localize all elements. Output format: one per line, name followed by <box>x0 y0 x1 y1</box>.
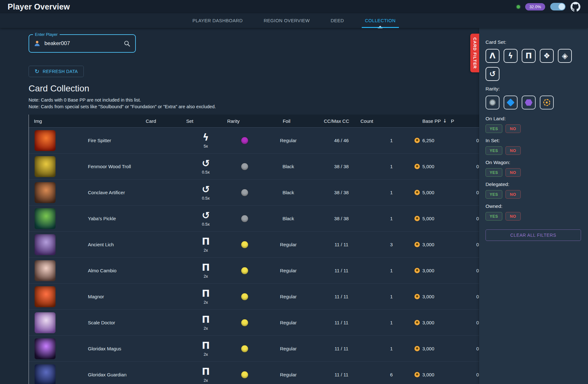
cc-value: 46 / 46 <box>311 138 372 143</box>
refresh-data-button[interactable]: ↻ REFRESH DATA <box>29 66 84 77</box>
card-thumbnail <box>35 364 56 384</box>
nav-tab-label: REGION OVERVIEW <box>264 18 310 23</box>
coin-icon <box>414 294 420 299</box>
column-header[interactable]: CC/Max CC <box>318 118 357 124</box>
card-thumbnail <box>35 338 56 359</box>
set-multiplier: 0.5x <box>202 222 210 227</box>
pp-partial-value: 0. <box>476 294 479 299</box>
cc-value: 11 / 11 <box>311 268 372 273</box>
card-thumbnail <box>35 312 56 333</box>
filter-group-label: In Set: <box>486 138 581 143</box>
count-value: 1 <box>372 346 411 351</box>
coin-icon <box>414 242 420 247</box>
nav-tab-label: PLAYER DASHBOARD <box>192 18 242 23</box>
set-multiplier: 0.5x <box>202 196 210 201</box>
column-header[interactable]: Base PP ↓ <box>422 118 451 124</box>
column-label: CC/Max CC <box>324 118 349 124</box>
yes-button[interactable]: YES <box>486 168 502 177</box>
card-thumbnail <box>35 234 56 255</box>
count-value: 6 <box>372 372 411 377</box>
rarity-filter-button[interactable] <box>522 96 536 109</box>
column-header[interactable]: Rarity <box>211 118 257 124</box>
search-icon[interactable] <box>123 40 131 47</box>
filter-group-label: Owned: <box>486 203 581 209</box>
theme-toggle[interactable] <box>550 3 565 10</box>
set-filter-button[interactable]: ◈ <box>558 49 572 63</box>
nav-tab-label: COLLECTION <box>365 18 396 23</box>
column-header[interactable]: Card <box>134 118 170 124</box>
set-filter-button[interactable]: Π <box>522 49 536 63</box>
table-row: Scale Doctor Π 2x Regular 11 / 11 1 <box>29 310 479 336</box>
set-icon: Π <box>202 315 210 324</box>
filter-group-label: On Land: <box>486 116 581 122</box>
column-label: Rarity <box>227 118 240 124</box>
collection-title: Card Collection <box>29 83 479 94</box>
foil-value: Regular <box>265 372 311 377</box>
column-header[interactable]: Img <box>29 118 134 124</box>
no-button[interactable]: NO <box>505 190 521 199</box>
base-pp-value: 3,000 <box>422 320 434 325</box>
table-row: Gloridax Magus Π 2x Regular 11 / 11 1 <box>29 336 479 362</box>
nav-tab[interactable]: COLLECTION <box>362 13 399 28</box>
no-button[interactable]: NO <box>505 146 521 155</box>
nav-tab[interactable]: DEED <box>327 13 347 28</box>
count-value: 1 <box>372 320 411 325</box>
nav-tab[interactable]: PLAYER DASHBOARD <box>189 13 246 28</box>
yes-button[interactable]: YES <box>486 190 502 199</box>
foil-value: Regular <box>265 320 311 325</box>
clear-all-filters-button[interactable]: CLEAR ALL FILTERS <box>486 229 581 241</box>
table-row: Fenmoor Wood Troll ↺ 0.5x Black 38 / 38 … <box>29 154 479 180</box>
card-name: Scale Doctor <box>83 320 188 325</box>
no-button[interactable]: NO <box>505 168 521 177</box>
card-name: Conclave Artificer <box>83 190 188 195</box>
foil-value: Black <box>265 190 311 195</box>
column-header[interactable]: Set <box>170 118 211 124</box>
rarity-icon <box>489 99 496 106</box>
no-button[interactable]: NO <box>505 124 521 133</box>
github-link[interactable] <box>571 2 580 12</box>
nav-tab-label: DEED <box>331 18 344 23</box>
table-row: Conclave Artificer ↺ 0.5x Black 38 / 38 … <box>29 180 479 206</box>
column-label: Count <box>360 118 373 124</box>
nav-tab[interactable]: REGION OVERVIEW <box>261 13 313 28</box>
card-name: Fire Spitter <box>83 138 188 143</box>
card-filter-ribbon[interactable]: CARD FILTER <box>470 34 479 72</box>
column-label: Base PP <box>422 118 441 124</box>
set-icon: Π <box>202 289 210 298</box>
set-glyph-icon: Π <box>525 52 532 60</box>
yes-button[interactable]: YES <box>486 146 502 155</box>
count-value: 1 <box>372 294 411 299</box>
foil-value: Regular <box>265 346 311 351</box>
cc-value: 11 / 11 <box>311 242 372 247</box>
rarity-dot-icon <box>241 371 248 378</box>
set-icon: Π <box>202 263 210 272</box>
filter-toggle-group: Delegated: YES NO <box>486 182 581 199</box>
column-header[interactable]: P <box>451 118 456 124</box>
set-filter-button[interactable]: ϟ <box>504 49 518 63</box>
yes-button[interactable]: YES <box>486 212 502 221</box>
no-button[interactable]: NO <box>505 212 521 221</box>
filter-group-label: On Wagon: <box>486 160 581 165</box>
set-filter-button[interactable]: Λ <box>486 49 499 63</box>
rarity-filter-button[interactable] <box>540 96 554 109</box>
rarity-filter-button[interactable] <box>486 96 499 109</box>
foil-value: Black <box>265 164 311 169</box>
yes-button[interactable]: YES <box>486 124 502 133</box>
player-search-box[interactable]: Enter Player <box>29 34 136 53</box>
foil-value: Regular <box>265 294 311 299</box>
pp-partial-value: 0. <box>476 372 479 377</box>
column-header[interactable]: Foil <box>257 118 318 124</box>
card-set-label: Card Set: <box>486 39 581 45</box>
set-filter-button[interactable]: ❖ <box>540 49 554 63</box>
player-search-input[interactable] <box>44 40 123 47</box>
foil-value: Regular <box>265 242 311 247</box>
set-icon: Π <box>202 341 210 350</box>
base-pp-value: 6,250 <box>422 138 434 143</box>
set-multiplier: 2x <box>204 352 208 357</box>
rarity-filter-button[interactable] <box>504 96 518 109</box>
set-filter-button[interactable]: ↺ <box>486 67 499 81</box>
set-multiplier: 2x <box>204 274 208 279</box>
column-header[interactable]: Count <box>357 118 422 124</box>
column-label: Card <box>146 118 156 124</box>
count-value: 1 <box>372 138 411 143</box>
